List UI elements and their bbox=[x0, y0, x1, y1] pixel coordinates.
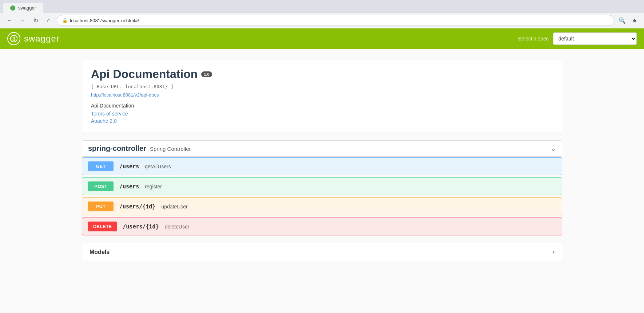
reload-button[interactable]: ↻ bbox=[31, 15, 41, 26]
swagger-spec-select[interactable]: default bbox=[553, 32, 637, 45]
method-badge-post: POST bbox=[88, 181, 114, 191]
swagger-header: {} swagger Select a spec default bbox=[0, 28, 644, 49]
endpoint-operation: updateUser bbox=[161, 204, 187, 210]
models-section[interactable]: Models › bbox=[82, 243, 562, 261]
swagger-logo-icon: {} bbox=[7, 32, 20, 45]
endpoint-row-get[interactable]: GET/usersgetAllUsers bbox=[82, 157, 562, 175]
swagger-spec-selector: Select a spec default bbox=[518, 32, 637, 45]
license-link[interactable]: Apache 2.0 bbox=[91, 118, 553, 124]
swagger-spec-label: Select a spec bbox=[518, 36, 549, 42]
method-badge-get: GET bbox=[88, 161, 114, 171]
swagger-logo: {} swagger bbox=[7, 32, 60, 45]
method-badge-delete: DELETE bbox=[88, 222, 117, 231]
api-docs-link[interactable]: http://localhost:8081/v2/api-docs bbox=[91, 92, 159, 98]
api-title: Api Documentation bbox=[91, 67, 198, 81]
browser-toolbar: ← → ↻ ⌂ 🔒 localhost:8081/swagger-ui.html… bbox=[0, 13, 644, 28]
address-bar[interactable]: 🔒 localhost:8081/swagger-ui.html#/ bbox=[57, 15, 614, 26]
browser-tab[interactable]: swagger bbox=[3, 3, 43, 13]
controller-header[interactable]: spring-controller Spring Controller ⌄ bbox=[82, 140, 562, 157]
bookmark-button[interactable]: ★ bbox=[629, 15, 640, 26]
endpoint-operation: getAllUsers bbox=[145, 164, 171, 169]
home-button[interactable]: ⌂ bbox=[44, 15, 54, 26]
api-description: Api Documentation bbox=[91, 103, 553, 109]
controller-section: spring-controller Spring Controller ⌄ GE… bbox=[82, 140, 562, 235]
tab-label: swagger bbox=[18, 5, 36, 11]
endpoint-path: /users bbox=[119, 163, 139, 170]
endpoint-path: /users bbox=[119, 183, 139, 190]
swagger-app: {} swagger Select a spec default Api Doc… bbox=[0, 28, 644, 312]
endpoint-operation: deleteUser bbox=[165, 224, 190, 230]
back-button[interactable]: ← bbox=[4, 15, 15, 26]
swagger-content: Api Documentation 1.0 [ Base URL: localh… bbox=[67, 49, 577, 272]
search-button[interactable]: 🔍 bbox=[617, 15, 627, 26]
controller-description: Spring Controller bbox=[150, 146, 191, 152]
svg-text:{}: {} bbox=[12, 36, 16, 41]
browser-chrome: swagger ← → ↻ ⌂ 🔒 localhost:8081/swagger… bbox=[0, 0, 644, 28]
endpoint-path: /users/{id} bbox=[123, 223, 159, 230]
endpoints-container: GET/usersgetAllUsersPOST/usersregisterPU… bbox=[82, 157, 562, 235]
browser-actions: 🔍 ★ bbox=[617, 15, 640, 26]
forward-button[interactable]: → bbox=[17, 15, 28, 26]
method-badge-put: PUT bbox=[88, 202, 114, 211]
lock-icon: 🔒 bbox=[62, 18, 68, 23]
api-title-section: Api Documentation 1.0 [ Base URL: localh… bbox=[82, 60, 562, 133]
controller-title: spring-controller Spring Controller bbox=[88, 144, 191, 153]
endpoint-row-post[interactable]: POST/usersregister bbox=[82, 177, 562, 195]
endpoint-path: /users/{id} bbox=[119, 203, 155, 210]
endpoint-operation: register bbox=[145, 184, 162, 189]
url-text: localhost:8081/swagger-ui.html#/ bbox=[70, 18, 139, 23]
terms-of-service-link[interactable]: Terms of service bbox=[91, 111, 553, 117]
tab-favicon bbox=[10, 5, 15, 11]
controller-chevron-icon: ⌄ bbox=[550, 145, 556, 153]
endpoint-row-delete[interactable]: DELETE/users/{id}deleteUser bbox=[82, 218, 562, 235]
models-title: Models bbox=[90, 249, 110, 255]
controller-name: spring-controller bbox=[88, 144, 146, 153]
api-base-url: [ Base URL: localhost:8081/ ] bbox=[91, 84, 553, 89]
browser-tabs: swagger bbox=[0, 0, 644, 13]
api-title-row: Api Documentation 1.0 bbox=[91, 67, 553, 81]
api-version-badge: 1.0 bbox=[201, 71, 212, 77]
swagger-logo-text: swagger bbox=[24, 34, 60, 44]
endpoint-row-put[interactable]: PUT/users/{id}updateUser bbox=[82, 197, 562, 215]
models-chevron-icon: › bbox=[552, 248, 554, 256]
